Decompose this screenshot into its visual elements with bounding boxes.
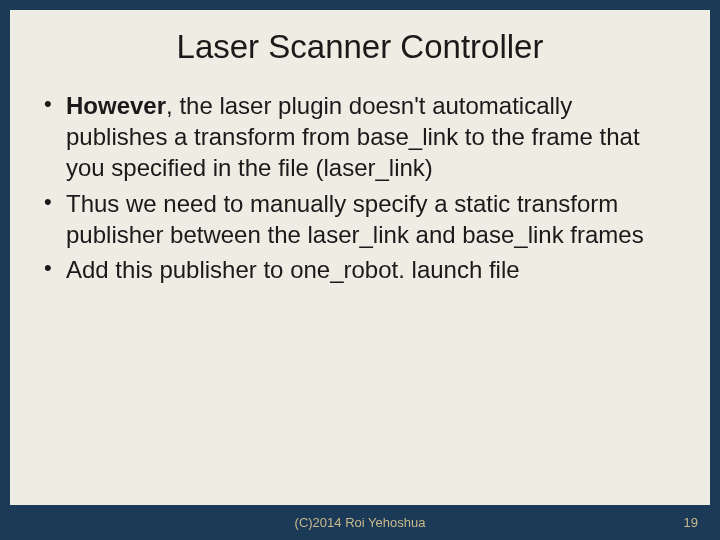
- bullet-list: However, the laser plugin doesn't automa…: [40, 90, 680, 285]
- list-item: Add this publisher to one_robot. launch …: [40, 254, 680, 285]
- footer: (C)2014 Roi Yehoshua 19: [0, 505, 720, 540]
- page-number: 19: [684, 515, 698, 530]
- bullet-text: Thus we need to manually specify a stati…: [66, 190, 644, 248]
- list-item: Thus we need to manually specify a stati…: [40, 188, 680, 250]
- slide-title: Laser Scanner Controller: [40, 28, 680, 66]
- slide-content: Laser Scanner Controller However, the la…: [10, 10, 710, 505]
- bullet-bold: However: [66, 92, 166, 119]
- bullet-text: Add this publisher to one_robot. launch …: [66, 256, 520, 283]
- copyright-text: (C)2014 Roi Yehoshua: [295, 515, 426, 530]
- list-item: However, the laser plugin doesn't automa…: [40, 90, 680, 184]
